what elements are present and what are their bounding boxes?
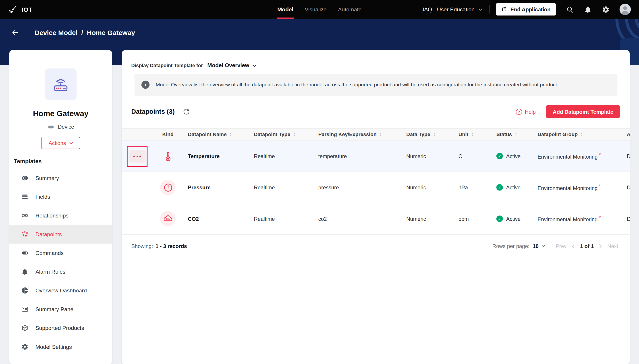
sidebar-item-label: Fields [36,194,50,200]
table-row-pressure[interactable]: Pressure Realtime pressure Numeric hPa ✓… [122,172,630,204]
table-row-co2[interactable]: co₂ CO2 Realtime co2 Numeric ppm ✓ Activ… [122,203,630,235]
display-template-label: Display Datapoint Template for [131,62,203,68]
refresh-icon [183,108,190,115]
table-row-temperature[interactable]: Temperature Realtime temperature Numeric… [122,140,630,172]
end-application-label: End Application [510,6,551,12]
breadcrumb-section[interactable]: Device Model [34,29,78,36]
templates-section-title: Templates [14,158,112,164]
sort-icon: ▲▼ [580,132,583,136]
sidebar-item-summary-panel[interactable]: Summary Panel [9,300,112,318]
chevron-right-icon[interactable] [599,244,602,248]
pager-controls: Prev 1 of 1 Next [556,243,618,249]
truncated-cell: D [627,153,630,159]
column-header-name[interactable]: Datapoint Name ▲▼ [188,132,254,138]
back-arrow-icon [11,28,19,37]
id-card-icon [21,306,28,313]
check-icon: ✓ [496,184,503,191]
column-label: Kind [162,132,174,138]
datapoint-group: Environmental Monitoring* [538,215,627,222]
status-label: Active [506,184,521,190]
nav-item-automate[interactable]: Automate [332,0,368,19]
datapoint-type: Realtime [254,184,318,190]
help-link[interactable]: ? Help [516,108,536,115]
datapoint-name: Temperature [188,153,254,159]
column-label: Status [496,132,512,138]
column-header-group[interactable]: Datapoint Group ▲▼ [538,132,627,138]
group-label: Environmental Monitoring [538,154,598,160]
datapoint-type: Realtime [254,216,318,222]
sidebar-item-label: Commands [36,250,64,256]
chevron-down-icon [69,142,73,144]
sidebar-item-relationships[interactable]: Relationships [9,206,112,225]
actions-button[interactable]: Actions [41,137,80,149]
actions-label: Actions [49,140,66,146]
column-header-kind: Kind [148,132,188,138]
group-label: Environmental Monitoring [538,216,598,222]
brand-name: IOT [22,6,32,13]
sidebar-item-label: Datapoints [36,231,62,237]
column-header-parsing[interactable]: Parsing Key/Expression ▲▼ [318,132,406,138]
help-label: Help [525,108,536,115]
sidebar-item-overview-dashboard[interactable]: Overview Dashboard [9,281,112,300]
pie-chart-icon [21,287,28,294]
sidebar-item-label: Summary [36,175,59,181]
back-button[interactable] [11,28,19,37]
check-icon: ✓ [496,153,503,159]
status-label: Active [506,153,521,159]
sidebar-item-commands[interactable]: Commands [9,244,112,262]
nav-item-visualize[interactable]: Visualize [299,0,332,19]
user-avatar[interactable] [619,4,631,15]
sidebar-item-supported-products[interactable]: Supported Products [9,318,112,337]
topbar-right: IAQ - User Education End Application [422,3,631,16]
column-header-data-type[interactable]: Data Type ▲▼ [406,132,458,138]
display-template-dropdown[interactable]: Model Overview [207,62,256,68]
column-label: Data Type [406,132,430,138]
row-actions-cell [122,203,148,234]
breadcrumb-current: Home Gateway [87,29,135,36]
workspace-name: IAQ - User Education [422,6,474,12]
device-type: Device [9,123,112,130]
sidebar-item-datapoints[interactable]: Datapoints [9,225,112,244]
sidebar-item-model-settings[interactable]: Model Settings [9,337,112,356]
prev-button[interactable]: Prev [556,243,567,249]
workspace-selector[interactable]: IAQ - User Education [422,6,482,12]
sidebar-item-alarm-rules[interactable]: Alarm Rules [9,262,112,281]
status-label: Active [506,216,521,222]
column-label: Datapoint Type [254,132,290,138]
settings-button[interactable] [602,6,610,14]
column-label: Unit [458,132,468,138]
info-banner: i Model Overview list the overview of al… [134,74,617,96]
nav-item-model[interactable]: Model [272,0,299,19]
rows-per-page-select[interactable]: 10 [532,243,545,249]
column-label: Datapoint Group [538,132,578,138]
sidebar-item-fields[interactable]: Fields [9,187,112,206]
column-header-unit[interactable]: Unit ▲▼ [458,132,496,138]
column-label: A [627,132,630,138]
toggle-icon [21,249,28,257]
next-button[interactable]: Next [607,243,618,249]
sidebar-item-summary[interactable]: Summary [9,168,112,187]
notifications-button[interactable] [584,6,592,14]
device-icon [47,123,55,130]
data-type: Numeric [406,216,458,222]
bell-icon [584,6,592,14]
info-icon: i [142,81,150,89]
add-datapoint-template-button[interactable]: Add Datapoint Template [546,105,620,118]
divider [489,5,489,14]
svg-text:co₂: co₂ [166,218,170,220]
eye-icon [21,174,28,182]
data-type: Numeric [406,153,458,159]
refresh-button[interactable] [183,108,190,115]
column-header-status[interactable]: Status ▲▼ [496,132,538,138]
row-more-actions-button[interactable] [129,150,145,162]
chevron-left-icon[interactable] [572,244,575,248]
column-header-type[interactable]: Datapoint Type ▲▼ [254,132,318,138]
end-application-button[interactable]: End Application [496,3,556,16]
rows-per-page-value: 10 [532,243,538,249]
search-button[interactable] [566,6,574,14]
parsing-key: temperature [318,153,406,159]
sidebar-item-label: Supported Products [36,325,84,331]
chevron-down-icon [542,245,545,247]
datapoints-panel: Display Datapoint Template for Model Ove… [122,50,630,364]
rows-per-page-label: Rows per page: [492,243,530,249]
